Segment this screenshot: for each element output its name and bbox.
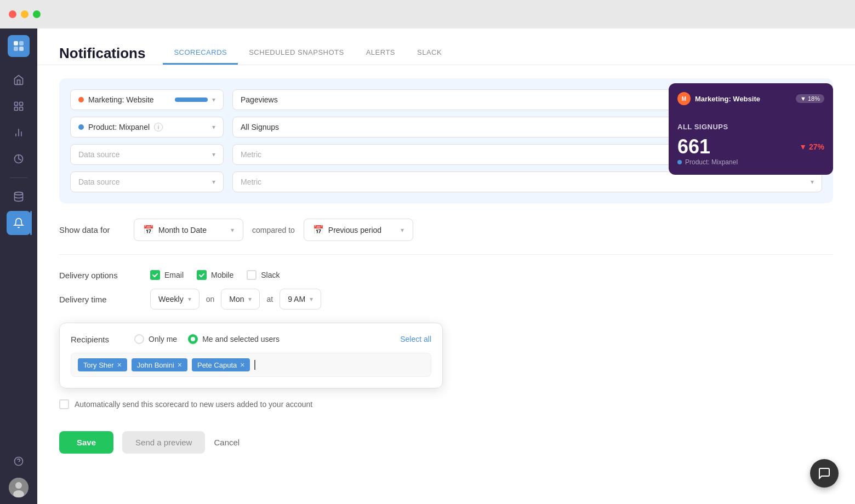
metric-name-2: All Signups: [241, 123, 279, 131]
comparison-select[interactable]: 📅 Previous period ▾: [304, 219, 413, 241]
tab-alerts[interactable]: ALERTS: [355, 42, 406, 65]
recipients-tags-input[interactable]: Tory Sher × John Bonini × Pete Caputa ×: [71, 353, 431, 377]
svg-rect-3: [19, 47, 24, 51]
save-button[interactable]: Save: [59, 431, 113, 454]
app-layout: Notifications SCORECARDS SCHEDULED SNAPS…: [0, 28, 855, 504]
sidebar-item-help[interactable]: [7, 449, 31, 473]
sidebar-item-charts[interactable]: [7, 121, 31, 145]
svg-rect-0: [14, 41, 18, 45]
recipients-label: Recipients: [71, 335, 126, 344]
delivery-time-row: Delivery time Weekly ▾ on Mon ▾ at: [59, 289, 833, 310]
time-select[interactable]: 9 AM ▾: [280, 289, 321, 310]
delivery-options-row: Delivery options Email: [59, 270, 833, 280]
comparison-value: Previous period: [328, 226, 381, 234]
send-preview-button[interactable]: Send a preview: [122, 431, 205, 454]
sidebar-item-analytics[interactable]: [7, 147, 31, 171]
sidebar-item-numbers[interactable]: [7, 94, 31, 118]
chevron-down-icon-freq: ▾: [188, 295, 191, 303]
mobile-label: Mobile: [211, 271, 233, 279]
delivery-section: Delivery options Email: [59, 270, 833, 310]
cancel-button[interactable]: Cancel: [214, 438, 240, 447]
chevron-down-icon-day: ▾: [248, 295, 252, 303]
chat-button[interactable]: [810, 459, 839, 488]
tab-scheduled-snapshots[interactable]: SCHEDULED SNAPSHOTS: [238, 42, 355, 65]
user-avatar[interactable]: [9, 478, 29, 497]
source-dot-1: [78, 97, 84, 102]
tab-scorecards[interactable]: SCORECARDS: [163, 42, 238, 65]
remove-tag-2[interactable]: ×: [178, 360, 182, 369]
nav-tabs: SCORECARDS SCHEDULED SNAPSHOTS ALERTS SL…: [163, 42, 453, 65]
svg-rect-4: [15, 102, 18, 106]
email-checkbox[interactable]: [150, 270, 160, 280]
tag-tory-sher[interactable]: Tory Sher ×: [78, 358, 127, 371]
source-placeholder-3: Data source: [78, 150, 119, 159]
source-name-2: Product: Mixpanel: [88, 123, 150, 131]
tag-john-bonini[interactable]: John Bonini ×: [132, 358, 187, 371]
tag-name-3: Pete Caputa: [197, 361, 237, 369]
at-label: at: [266, 295, 273, 303]
preview-source: Product: Mixpanel: [677, 158, 824, 166]
data-source-select-3[interactable]: Data source ▾: [70, 144, 224, 165]
only-me-radio[interactable]: [134, 334, 144, 344]
progress-bar-1: [175, 98, 208, 102]
minimize-dot[interactable]: [21, 10, 29, 18]
sidebar: [0, 28, 37, 504]
mobile-option[interactable]: Mobile: [197, 270, 233, 280]
source-placeholder-4: Data source: [78, 177, 119, 186]
slack-option[interactable]: Slack: [247, 270, 280, 280]
preview-value: 661: [677, 135, 710, 158]
email-option[interactable]: Email: [150, 270, 184, 280]
preview-source-dot: [677, 160, 682, 164]
chevron-down-icon-date: ▾: [231, 226, 234, 234]
sidebar-item-notifications[interactable]: [7, 211, 31, 235]
me-and-selected-option[interactable]: Me and selected users: [188, 334, 280, 344]
radio-inner: [191, 337, 195, 341]
maximize-dot[interactable]: [33, 10, 41, 18]
sidebar-item-home[interactable]: [7, 68, 31, 92]
remove-tag-1[interactable]: ×: [117, 360, 122, 369]
me-and-selected-label: Me and selected users: [202, 335, 280, 343]
svg-rect-6: [15, 107, 18, 111]
auto-send-checkbox[interactable]: [59, 399, 69, 409]
select-all-button[interactable]: Select all: [400, 335, 431, 343]
me-and-selected-radio[interactable]: [188, 334, 198, 344]
frequency-select[interactable]: Weekly ▾: [150, 289, 200, 310]
svg-point-12: [15, 192, 23, 195]
mobile-checkbox[interactable]: [197, 270, 207, 280]
data-source-select-2[interactable]: Product: Mixpanel i ▾: [70, 117, 224, 138]
source-dot-2: [78, 124, 84, 130]
sidebar-divider: [10, 177, 27, 178]
auto-send-row: Automatically send this scorecard to new…: [59, 399, 833, 409]
tag-name-1: Tory Sher: [83, 361, 114, 369]
day-select[interactable]: Mon ▾: [221, 289, 260, 310]
sidebar-bottom: [7, 449, 31, 497]
content-header: Notifications SCORECARDS SCHEDULED SNAPS…: [37, 28, 855, 65]
slack-checkbox[interactable]: [247, 270, 256, 280]
date-range-select[interactable]: 📅 Month to Date ▾: [134, 219, 243, 241]
svg-rect-1: [19, 41, 24, 45]
show-data-label: Show data for: [59, 225, 125, 234]
sidebar-logo[interactable]: [8, 35, 30, 57]
page-title: Notifications: [59, 45, 145, 62]
slack-label: Slack: [261, 271, 280, 279]
info-icon[interactable]: i: [154, 123, 163, 131]
tag-pete-caputa[interactable]: Pete Caputa ×: [192, 358, 250, 371]
preview-card: M Marketing: Website ▼ 18% ALL SIGNUPS 6…: [669, 83, 833, 175]
preview-company: Marketing: Website: [695, 95, 760, 103]
time-value: 9 AM: [288, 295, 305, 303]
chevron-down-icon-s4: ▾: [212, 178, 215, 186]
recipients-section: Recipients Only me Me and selected users: [59, 323, 443, 388]
data-source-select-1[interactable]: Marketing: Website ▾: [70, 89, 224, 110]
delivery-time-label: Delivery time: [59, 295, 141, 304]
frequency-value: Weekly: [158, 295, 184, 303]
calendar-icon: 📅: [143, 225, 154, 235]
remove-tag-3[interactable]: ×: [240, 360, 244, 369]
sidebar-item-database[interactable]: [7, 185, 31, 209]
date-range-value: Month to Date: [158, 226, 207, 234]
close-dot[interactable]: [9, 10, 16, 18]
preview-badge: ▼ 18%: [796, 94, 824, 103]
tab-slack[interactable]: SLACK: [406, 42, 453, 65]
chevron-down-icon-s2: ▾: [212, 123, 215, 131]
data-source-select-4[interactable]: Data source ▾: [70, 171, 224, 192]
only-me-option[interactable]: Only me: [134, 334, 177, 344]
